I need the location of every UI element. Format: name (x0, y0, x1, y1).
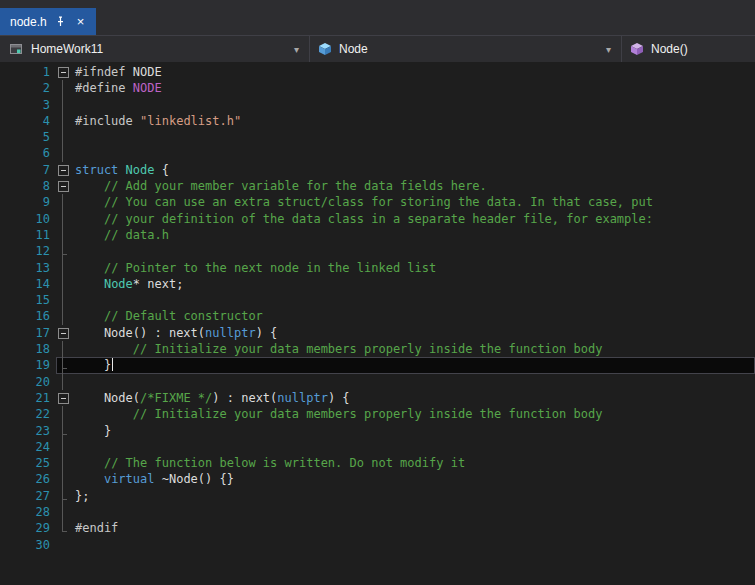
type-dropdown[interactable]: Node ▾ (310, 36, 622, 62)
line-number[interactable]: 29 (0, 520, 56, 536)
navigation-bar: HomeWork11 ▾ Node ▾ Node (0, 35, 755, 62)
member-dropdown-label: Node() (651, 42, 688, 56)
line-number[interactable]: 15 (0, 292, 56, 308)
code-line-10[interactable]: 10 // your definition of the data class … (0, 211, 755, 227)
code-line-28[interactable]: 28 (0, 504, 755, 520)
line-body (56, 537, 755, 553)
code-line-23[interactable]: 23 } (0, 423, 755, 439)
code-line-18[interactable]: 18 // Initialize your data members prope… (0, 341, 755, 357)
code-line-13[interactable]: 13 // Pointer to the next node in the li… (0, 260, 755, 276)
line-number[interactable]: 23 (0, 423, 56, 439)
member-dropdown[interactable]: Node() (622, 36, 755, 62)
line-body (56, 243, 755, 259)
fold-guide (56, 145, 70, 161)
line-number[interactable]: 10 (0, 211, 56, 227)
line-number[interactable]: 30 (0, 537, 56, 553)
code-line-14[interactable]: 14 Node* next; (0, 276, 755, 292)
fold-toggle-icon[interactable] (56, 390, 70, 406)
code-line-12[interactable]: 12 (0, 243, 755, 259)
line-number[interactable]: 14 (0, 276, 56, 292)
code-line-24[interactable]: 24 (0, 439, 755, 455)
line-number[interactable]: 16 (0, 308, 56, 324)
code-token: ) { (256, 326, 278, 340)
fold-guide (56, 504, 70, 520)
project-dropdown-label: HomeWork11 (31, 42, 103, 56)
line-number[interactable]: 8 (0, 178, 56, 194)
line-number[interactable]: 21 (0, 390, 56, 406)
line-body (56, 129, 755, 145)
chevron-down-icon[interactable]: ▾ (294, 44, 301, 55)
line-number[interactable]: 18 (0, 341, 56, 357)
line-number[interactable]: 12 (0, 243, 56, 259)
code-line-11[interactable]: 11 // data.h (0, 227, 755, 243)
line-number[interactable]: 4 (0, 113, 56, 129)
code-text (70, 504, 75, 520)
code-token (75, 456, 104, 470)
line-number[interactable]: 6 (0, 145, 56, 161)
code-token: Node() : next( (75, 326, 205, 340)
code-line-27[interactable]: 27}; (0, 488, 755, 504)
fold-guide (56, 406, 70, 422)
code-line-1[interactable]: 1#ifndef NODE (0, 64, 755, 80)
line-body: // The function below is written. Do not… (56, 455, 755, 471)
line-number[interactable]: 9 (0, 194, 56, 210)
code-line-19[interactable]: 19 } (0, 357, 755, 373)
fold-toggle-icon[interactable] (56, 178, 70, 194)
fold-guide (56, 357, 70, 373)
fold-guide (56, 211, 70, 227)
tab-node-h[interactable]: node.h × (0, 8, 96, 35)
fold-toggle-icon[interactable] (56, 325, 70, 341)
code-line-16[interactable]: 16 // Default constructor (0, 308, 755, 324)
code-line-29[interactable]: 29#endif (0, 520, 755, 536)
line-number[interactable]: 20 (0, 374, 56, 390)
code-line-9[interactable]: 9 // You can use an extra struct/class f… (0, 194, 755, 210)
line-number[interactable]: 5 (0, 129, 56, 145)
line-body: #endif (56, 520, 755, 536)
line-body: #ifndef NODE (56, 64, 755, 80)
line-number[interactable]: 27 (0, 488, 56, 504)
code-token: #include (75, 114, 140, 128)
line-number[interactable]: 7 (0, 162, 56, 178)
code-line-21[interactable]: 21 Node(/*FIXME */) : next(nullptr) { (0, 390, 755, 406)
code-text: } (70, 423, 111, 439)
code-token: // Initialize your data members properly… (133, 407, 603, 421)
line-number[interactable]: 26 (0, 471, 56, 487)
code-line-2[interactable]: 2#define NODE (0, 80, 755, 96)
code-line-25[interactable]: 25 // The function below is written. Do … (0, 455, 755, 471)
code-line-4[interactable]: 4#include "linkedlist.h" (0, 113, 755, 129)
fold-guide (56, 308, 70, 324)
line-number[interactable]: 22 (0, 406, 56, 422)
code-line-20[interactable]: 20 (0, 374, 755, 390)
line-number[interactable]: 24 (0, 439, 56, 455)
line-number[interactable]: 25 (0, 455, 56, 471)
code-token: Node( (75, 391, 140, 405)
code-line-22[interactable]: 22 // Initialize your data members prope… (0, 406, 755, 422)
project-dropdown[interactable]: HomeWork11 ▾ (0, 36, 310, 62)
line-number[interactable]: 3 (0, 97, 56, 113)
line-number[interactable]: 17 (0, 325, 56, 341)
close-icon[interactable]: × (74, 14, 88, 29)
line-number[interactable]: 28 (0, 504, 56, 520)
code-line-15[interactable]: 15 (0, 292, 755, 308)
code-line-8[interactable]: 8 // Add your member variable for the da… (0, 178, 755, 194)
code-line-26[interactable]: 26 virtual ~Node() {} (0, 471, 755, 487)
fold-toggle-icon[interactable] (56, 162, 70, 178)
code-line-3[interactable]: 3 (0, 97, 755, 113)
code-line-30[interactable]: 30 (0, 537, 755, 553)
code-text: // The function below is written. Do not… (70, 455, 465, 471)
code-line-5[interactable]: 5 (0, 129, 755, 145)
fold-toggle-icon[interactable] (56, 64, 70, 80)
code-editor[interactable]: 1#ifndef NODE2#define NODE34#include "li… (0, 62, 755, 585)
code-text: Node() : next(nullptr) { (70, 325, 277, 341)
line-number[interactable]: 1 (0, 64, 56, 80)
code-token: "linkedlist.h" (140, 114, 241, 128)
code-line-7[interactable]: 7struct Node { (0, 162, 755, 178)
line-number[interactable]: 11 (0, 227, 56, 243)
line-number[interactable]: 2 (0, 80, 56, 96)
pin-icon[interactable] (55, 16, 66, 27)
chevron-down-icon[interactable]: ▾ (606, 44, 613, 55)
line-number[interactable]: 13 (0, 260, 56, 276)
line-number[interactable]: 19 (0, 357, 56, 373)
code-line-17[interactable]: 17 Node() : next(nullptr) { (0, 325, 755, 341)
code-line-6[interactable]: 6 (0, 145, 755, 161)
